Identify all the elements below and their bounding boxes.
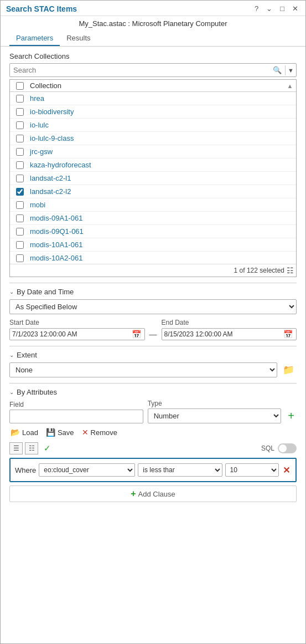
close-button[interactable]: ✕ bbox=[291, 4, 300, 13]
load-save-row: 📂 Load 💾 Save ✕ Remove bbox=[9, 427, 297, 438]
collection-checkbox-lc2l1[interactable] bbox=[16, 175, 24, 182]
table-row: io-lulc bbox=[10, 119, 296, 132]
collection-header-row: Collection ▲ bbox=[10, 80, 296, 92]
collection-name[interactable]: modis-10A1-061 bbox=[30, 241, 296, 249]
field-select[interactable]: eo:cloud_cover bbox=[39, 463, 135, 477]
end-date-calendar-icon[interactable]: 📅 bbox=[282, 330, 294, 339]
field-input[interactable] bbox=[9, 410, 143, 423]
collection-name[interactable]: kaza-hydroforecast bbox=[30, 161, 296, 169]
table-row: landsat-c2-l2 bbox=[10, 185, 296, 198]
collection-checkbox-m09a[interactable] bbox=[16, 214, 24, 222]
date-type-select[interactable]: As Specified Below All Dates Custom bbox=[9, 299, 297, 314]
search-collections-label: Search Collections bbox=[9, 52, 297, 60]
delete-clause-button[interactable]: ✕ bbox=[282, 465, 291, 476]
collection-checkbox-jrc[interactable] bbox=[16, 148, 24, 156]
toolbar-left: ☰ ☷ ✓ bbox=[9, 442, 54, 454]
help-button[interactable]: ? bbox=[253, 4, 260, 13]
toolbar-check-btn[interactable]: ✓ bbox=[40, 442, 54, 454]
table-row: mobi bbox=[10, 198, 296, 212]
collection-name[interactable]: modis-09Q1-061 bbox=[30, 227, 296, 236]
save-label: Save bbox=[58, 428, 74, 437]
end-date-input[interactable] bbox=[164, 330, 283, 338]
sql-toggle[interactable] bbox=[278, 443, 297, 453]
window-subtitle: My_Stac.astac : Microsoft Planetary Comp… bbox=[1, 16, 305, 28]
end-date-label: End Date bbox=[162, 319, 297, 326]
main-window: Search STAC Items ? ⌄ □ ✕ My_Stac.astac … bbox=[0, 0, 306, 644]
type-select[interactable]: Number String Date bbox=[148, 408, 282, 423]
start-date-label: Start Date bbox=[9, 319, 145, 326]
extent-section-header[interactable]: ⌄ Extent bbox=[9, 351, 297, 359]
collection-checkbox-mobi[interactable] bbox=[16, 201, 24, 209]
collection-name[interactable]: modis-10A2-061 bbox=[30, 254, 296, 262]
operator-select[interactable]: is less thar is greater than is equal to bbox=[138, 463, 222, 477]
search-row: 🔍 ▼ bbox=[9, 63, 297, 77]
tab-bar: Parameters Results bbox=[1, 28, 305, 47]
tab-results[interactable]: Results bbox=[60, 31, 97, 46]
collection-checkbox-iol9[interactable] bbox=[16, 135, 24, 142]
collection-name[interactable]: jrc-gsw bbox=[30, 147, 296, 156]
row-check bbox=[10, 188, 30, 196]
collection-checkbox-m10a1[interactable] bbox=[16, 241, 24, 249]
title-bar: Search STAC Items ? ⌄ □ ✕ bbox=[1, 1, 305, 16]
collapse-date-icon: ⌄ bbox=[9, 289, 14, 295]
search-dropdown-btn[interactable]: ▼ bbox=[285, 65, 296, 75]
collection-checkbox-m10a2[interactable] bbox=[16, 254, 24, 262]
search-icon[interactable]: 🔍 bbox=[269, 64, 285, 76]
collection-name[interactable]: mobi bbox=[30, 201, 296, 209]
collection-name[interactable]: modis-09A1-061 bbox=[30, 214, 296, 222]
collection-name[interactable]: hrea bbox=[30, 94, 296, 103]
toolbar-btn-1[interactable]: ☰ bbox=[9, 442, 23, 454]
load-button[interactable]: 📂 Load bbox=[9, 427, 39, 438]
selection-count: 1 of 122 selected bbox=[234, 267, 284, 274]
extent-select[interactable]: None Current Extent Draw Extent bbox=[9, 362, 277, 377]
tab-parameters[interactable]: Parameters bbox=[9, 31, 60, 46]
collection-checkbox-lc2l2[interactable] bbox=[16, 188, 24, 196]
header-checkbox-col bbox=[10, 82, 30, 90]
search-input[interactable] bbox=[10, 64, 269, 76]
toolbar-row: ☰ ☷ ✓ SQL bbox=[9, 442, 297, 454]
type-label: Type bbox=[148, 400, 282, 407]
table-options-icon[interactable]: ☷ bbox=[287, 266, 294, 275]
by-attributes-section-header[interactable]: ⌄ By Attributes bbox=[9, 388, 297, 396]
table-row: modis-09Q1-061 bbox=[10, 225, 296, 238]
row-check bbox=[10, 135, 30, 142]
row-check bbox=[10, 108, 30, 116]
date-separator: — bbox=[148, 330, 158, 339]
collection-name[interactable]: landsat-c2-l1 bbox=[30, 174, 296, 182]
collection-checkbox-iol[interactable] bbox=[16, 121, 24, 129]
collection-name[interactable]: landsat-c2-l2 bbox=[30, 187, 296, 196]
by-date-section-header[interactable]: ⌄ By Date and Time bbox=[9, 288, 297, 296]
sort-icon[interactable]: ▲ bbox=[284, 83, 296, 89]
value-select[interactable]: 10 bbox=[225, 463, 279, 477]
collapse-button[interactable]: ⌄ bbox=[264, 4, 274, 13]
extent-label: Extent bbox=[17, 351, 37, 359]
divider-attributes bbox=[9, 383, 297, 384]
divider-date bbox=[9, 283, 297, 283]
collection-name[interactable]: io-lulc bbox=[30, 121, 296, 129]
save-button[interactable]: 💾 Save bbox=[45, 427, 75, 438]
add-field-button[interactable]: + bbox=[286, 410, 297, 422]
collection-checkbox-kaza[interactable] bbox=[16, 161, 24, 169]
start-date-input[interactable] bbox=[12, 330, 131, 338]
by-attributes-label: By Attributes bbox=[17, 388, 57, 396]
collection-name[interactable]: io-biodiversity bbox=[30, 108, 296, 116]
select-all-checkbox[interactable] bbox=[16, 82, 24, 90]
row-check bbox=[10, 241, 30, 249]
row-check bbox=[10, 121, 30, 129]
sql-label: SQL bbox=[261, 444, 274, 452]
collection-name[interactable]: io-lulc-9-class bbox=[30, 134, 296, 142]
collection-checkbox-m09q[interactable] bbox=[16, 228, 24, 236]
table-row: modis-10A2-061 bbox=[10, 252, 296, 264]
start-date-calendar-icon[interactable]: 📅 bbox=[131, 330, 142, 339]
date-area: Start Date 📅 — End Date 📅 bbox=[9, 319, 297, 340]
collection-checkbox-hrea[interactable] bbox=[16, 95, 24, 103]
remove-button[interactable]: ✕ Remove bbox=[81, 427, 118, 438]
extent-folder-icon[interactable]: 📁 bbox=[281, 363, 297, 377]
maximize-button[interactable]: □ bbox=[278, 4, 286, 13]
date-dropdown-row: As Specified Below All Dates Custom bbox=[9, 299, 297, 314]
add-clause-row[interactable]: + Add Clause bbox=[9, 485, 297, 502]
toolbar-btn-2[interactable]: ☷ bbox=[25, 442, 38, 454]
where-label: Where bbox=[15, 466, 36, 474]
field-label: Field bbox=[9, 401, 143, 408]
collection-checkbox-iob[interactable] bbox=[16, 108, 24, 116]
